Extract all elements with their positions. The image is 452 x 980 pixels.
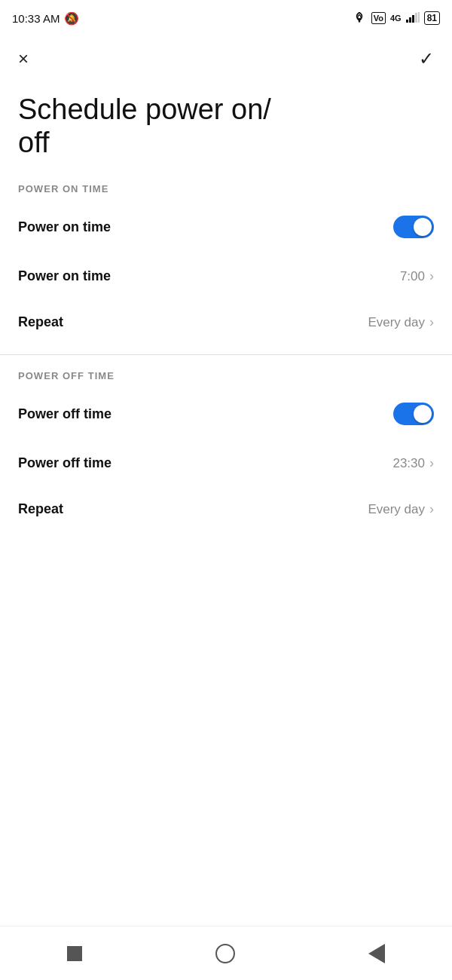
nav-back-button[interactable] [368,944,385,963]
svg-rect-3 [412,15,414,23]
power-off-toggle[interactable] [393,403,434,425]
power-on-time-chevron: › [429,268,434,284]
power-off-toggle-knob [414,405,432,423]
circle-icon [215,944,235,963]
power-on-section-label: POWER ON TIME [0,177,452,201]
status-bar: 10:33 AM 🔕 Vo 4G [0,0,452,36]
bottom-nav [0,926,452,980]
power-on-toggle-row[interactable]: Power on time [0,201,452,253]
close-button[interactable]: × [18,50,29,68]
svg-rect-1 [406,20,408,23]
power-off-time-row[interactable]: Power off time 23:30 › [0,440,452,486]
back-icon [368,944,385,963]
power-off-time-chevron: › [429,455,434,471]
network-icon: 4G [390,14,402,23]
square-icon [67,946,82,961]
power-off-repeat-chevron: › [429,501,434,517]
power-on-toggle-knob [414,218,432,236]
power-on-toggle[interactable] [393,216,434,238]
signal-icon [406,12,420,25]
power-on-repeat-chevron: › [429,314,434,330]
svg-rect-5 [418,12,420,23]
power-on-toggle-label: Power on time [18,219,111,235]
power-on-repeat-value: Every day [368,315,425,330]
nav-home-button[interactable] [215,944,235,963]
power-off-repeat-value-group: Every day › [368,501,434,517]
power-off-time-value-group: 23:30 › [392,455,434,471]
power-off-toggle-label: Power off time [18,406,111,422]
power-off-repeat-value: Every day [368,502,425,517]
power-on-repeat-value-group: Every day › [368,314,434,330]
power-on-section: POWER ON TIME Power on time Power on tim… [0,177,452,345]
svg-rect-2 [409,17,411,23]
svg-point-0 [359,20,360,22]
time-display: 10:33 AM [12,12,60,25]
svg-rect-4 [415,13,417,23]
power-on-time-value: 7:00 [400,269,425,284]
power-off-time-label: Power off time [18,455,111,471]
wifi-icon [352,12,367,25]
power-on-time-row[interactable]: Power on time 7:00 › [0,253,452,299]
volte-icon: Vo [371,12,386,24]
page-title: Schedule power on/off [0,81,452,177]
power-on-repeat-label: Repeat [18,314,63,330]
status-left: 10:33 AM 🔕 [12,11,79,26]
power-on-time-label: Power on time [18,268,111,284]
power-on-repeat-row[interactable]: Repeat Every day › [0,299,452,345]
power-off-repeat-label: Repeat [18,501,63,517]
battery-icon: 81 [424,11,440,25]
section-divider [0,354,452,355]
power-off-section: POWER OFF TIME Power off time Power off … [0,364,452,532]
action-bar: × ✓ [0,36,452,81]
mute-icon: 🔕 [64,11,79,26]
status-right: Vo 4G 81 [352,11,440,25]
power-off-time-value: 23:30 [392,456,425,471]
power-off-toggle-row[interactable]: Power off time [0,387,452,440]
power-off-section-label: POWER OFF TIME [0,364,452,387]
confirm-button[interactable]: ✓ [419,50,434,68]
power-off-repeat-row[interactable]: Repeat Every day › [0,486,452,532]
nav-square-button[interactable] [67,946,82,961]
battery-level: 81 [427,13,437,23]
power-on-time-value-group: 7:00 › [400,268,434,284]
